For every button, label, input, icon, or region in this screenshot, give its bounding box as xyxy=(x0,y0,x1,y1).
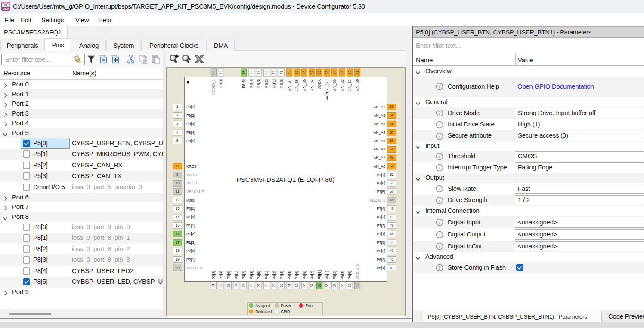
svg-text:40: 40 xyxy=(356,283,359,288)
svg-text:?: ? xyxy=(438,243,440,249)
svg-text:P8[0]: P8[0] xyxy=(279,79,284,88)
svg-text:AN_A7: AN_A7 xyxy=(374,105,385,109)
svg-text:?: ? xyxy=(438,83,440,89)
svg-text:P5[0]: P5[0] xyxy=(317,270,322,279)
svg-text:P3[1]: P3[1] xyxy=(234,271,238,279)
svg-text:P9[1]: P9[1] xyxy=(186,105,195,109)
svg-text:AN_B4: AN_B4 xyxy=(310,79,314,91)
svg-text:?: ? xyxy=(438,219,440,225)
svg-text:P9[2]: P9[2] xyxy=(186,113,195,118)
svg-text:60: 60 xyxy=(390,105,394,109)
svg-text:P4[6]: P4[6] xyxy=(302,271,307,279)
svg-text:AN_B7: AN_B7 xyxy=(287,79,291,91)
svg-text:27: 27 xyxy=(257,283,261,288)
svg-text:47: 47 xyxy=(390,215,394,219)
svg-text:45: 45 xyxy=(390,232,394,236)
svg-text:?: ? xyxy=(438,197,440,203)
svg-text:P5[1]: P5[1] xyxy=(325,271,329,279)
svg-text:Assigned: Assigned xyxy=(256,303,271,308)
svg-text:AN_B3: AN_B3 xyxy=(332,79,337,91)
svg-text:5: 5 xyxy=(176,139,179,143)
svg-text:18: 18 xyxy=(176,249,180,253)
svg-text:3: 3 xyxy=(176,122,179,126)
svg-text:Power: Power xyxy=(281,303,291,308)
svg-text:?: ? xyxy=(438,110,440,116)
svg-text:68: 68 xyxy=(302,71,306,75)
svg-text:VDDIO_0: VDDIO_0 xyxy=(355,264,359,279)
svg-text:8: 8 xyxy=(176,164,179,168)
svg-text:36: 36 xyxy=(325,283,329,288)
svg-text:P9[0]: P9[0] xyxy=(219,79,223,88)
svg-text:GPIO: GPIO xyxy=(281,310,290,314)
svg-text:P4[4]: P4[4] xyxy=(287,271,291,279)
svg-text:AN_A4: AN_A4 xyxy=(374,130,385,135)
svg-text:P8[4]: P8[4] xyxy=(249,79,254,88)
svg-text:P6[1]: P6[1] xyxy=(377,266,385,270)
svg-text:33: 33 xyxy=(302,283,306,288)
svg-text:80: 80 xyxy=(211,71,215,75)
svg-text:P0[0]: P0[0] xyxy=(186,198,195,202)
svg-text:?: ? xyxy=(438,122,440,128)
svg-text:P7[4]: P7[4] xyxy=(377,206,385,211)
svg-text:P7[0]: P7[0] xyxy=(377,240,385,245)
svg-text:?: ? xyxy=(438,165,440,171)
svg-text:P4[1]: P4[1] xyxy=(264,271,269,279)
svg-text:43: 43 xyxy=(390,249,394,253)
svg-text:51: 51 xyxy=(390,181,394,185)
svg-text:P6[0]: P6[0] xyxy=(347,271,352,279)
svg-text:38: 38 xyxy=(340,283,344,288)
svg-text:XRES: XRES xyxy=(186,164,197,169)
svg-text:P8[3]: P8[3] xyxy=(257,79,261,88)
svg-text:11: 11 xyxy=(176,190,180,193)
svg-text:P8[1]: P8[1] xyxy=(272,79,276,88)
svg-text:P9[5]: P9[5] xyxy=(186,139,195,143)
svg-text:49: 49 xyxy=(390,198,394,202)
svg-text:75: 75 xyxy=(249,71,253,75)
svg-text:P2[2]: P2[2] xyxy=(211,271,216,279)
svg-text:P5[3]: P5[3] xyxy=(340,271,344,279)
svg-text:VDDIO_0: VDDIO_0 xyxy=(186,266,202,270)
svg-text:34: 34 xyxy=(310,283,314,288)
svg-text:13: 13 xyxy=(176,207,180,211)
svg-text:44: 44 xyxy=(390,241,394,245)
svg-text:AN_A6: AN_A6 xyxy=(374,113,385,118)
svg-text:AN_B0: AN_B0 xyxy=(355,79,359,91)
svg-text:39: 39 xyxy=(348,283,352,288)
svg-text:AN_B6: AN_B6 xyxy=(294,79,299,91)
svg-text:AN_A5: AN_A5 xyxy=(374,122,385,126)
svg-text:P7[2]: P7[2] xyxy=(377,224,385,228)
svg-text:P1[2]: P1[2] xyxy=(186,232,195,236)
svg-text:70: 70 xyxy=(287,71,291,75)
svg-text:AN_B2: AN_B2 xyxy=(340,79,344,91)
svg-text:23: 23 xyxy=(227,283,231,288)
svg-text:?: ? xyxy=(438,153,440,159)
svg-text:VAREF_EXT: VAREF_EXT xyxy=(325,79,329,100)
svg-text:22: 22 xyxy=(219,283,223,288)
svg-text:P4[0]: P4[0] xyxy=(257,271,261,279)
svg-text:67: 67 xyxy=(310,71,314,75)
svg-text:71: 71 xyxy=(280,71,284,75)
svg-text:15: 15 xyxy=(176,224,180,227)
svg-text:P7[5]: P7[5] xyxy=(377,190,385,194)
svg-text:50: 50 xyxy=(390,190,394,193)
svg-text:P2[1]: P2[1] xyxy=(186,257,195,262)
svg-text:P1[1]: P1[1] xyxy=(186,224,195,228)
svg-text:76: 76 xyxy=(242,71,246,75)
svg-text:79: 79 xyxy=(219,71,223,75)
svg-text:P7[6]: P7[6] xyxy=(377,181,385,185)
svg-text:73: 73 xyxy=(264,71,268,75)
svg-text:2: 2 xyxy=(176,113,179,117)
svg-text:31: 31 xyxy=(287,283,291,288)
svg-text:14: 14 xyxy=(176,215,180,219)
svg-text:65: 65 xyxy=(325,71,329,75)
svg-text:P4[2]: P4[2] xyxy=(272,271,276,279)
svg-text:37: 37 xyxy=(333,283,337,288)
svg-text:P7[7]: P7[7] xyxy=(377,173,385,177)
svg-text:AN_B1: AN_B1 xyxy=(347,79,352,91)
svg-text:P2[3]: P2[3] xyxy=(219,271,223,279)
svg-text:VDDIO_1: VDDIO_1 xyxy=(211,79,216,95)
svg-text:P4[3]: P4[3] xyxy=(279,271,284,279)
svg-text:26: 26 xyxy=(249,283,253,288)
svg-text:46: 46 xyxy=(390,224,394,227)
svg-text:12: 12 xyxy=(176,198,180,202)
